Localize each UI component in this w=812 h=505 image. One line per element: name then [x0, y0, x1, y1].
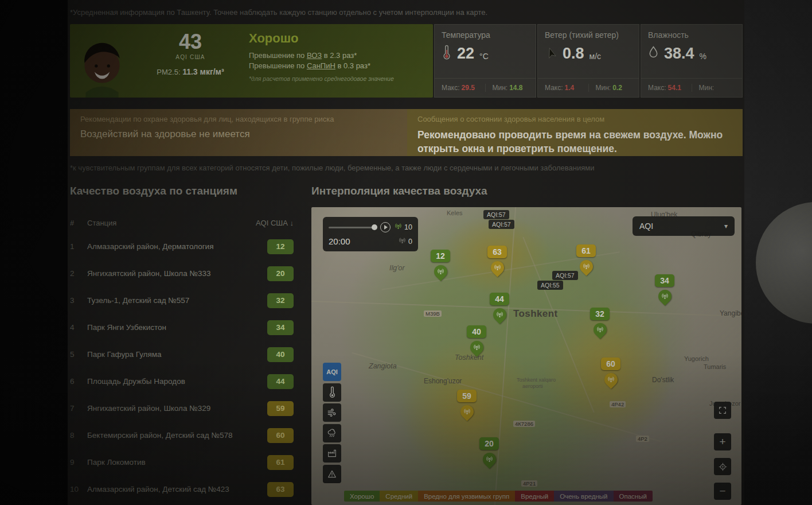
map-marker[interactable]: 20: [477, 437, 502, 466]
who-exceedance-line: Превышение по ВОЗ в 2.3 раз*: [249, 51, 424, 60]
calculation-footnote: *для расчетов применено среднегодовое зн…: [249, 75, 424, 82]
station-aqi-badge: 63: [267, 482, 294, 497]
station-pin: [602, 370, 620, 389]
time-slider-thumb[interactable]: [372, 224, 377, 230]
play-button[interactable]: [380, 222, 391, 232]
station-row[interactable]: 2Янгихаятский район, Школа №33320: [70, 260, 294, 287]
map-place-label: M39B: [424, 310, 442, 317]
risk-group-title: Рекомендации по охране здоровья для лиц,…: [80, 115, 397, 123]
legend-segment: Вредный: [515, 491, 554, 502]
station-row[interactable]: 9Парк Локомотив61: [70, 449, 294, 476]
station-aqi-badge: 12: [267, 239, 294, 254]
map-marker[interactable]: 40: [464, 325, 489, 354]
risk-group-recommendation: Рекомендации по охране здоровья для лиц,…: [70, 109, 407, 156]
interpolation-map[interactable]: KelesUlug'bekQibrayIlg'orM39BToshkentYan…: [311, 207, 741, 505]
fullscreen-icon: [718, 406, 727, 415]
who-link[interactable]: ВОЗ: [307, 51, 322, 60]
station-row[interactable]: 7Янгихаетский район, Школа №32959: [70, 395, 294, 422]
antenna-icon: [607, 376, 615, 383]
legend-segment: Очень вредный: [554, 491, 613, 502]
aqi-scale-label: AQI США: [134, 54, 247, 60]
aqi-summary-card: 43 AQI США PM2.5: 11.3 мкг/м³ Хорошо Пре…: [70, 24, 433, 98]
aqi-status-block: Хорошо Превышение по ВОЗ в 2.3 раз* Прев…: [247, 24, 433, 98]
map-layer-hazard-button[interactable]: [323, 465, 341, 483]
weather-value: 0.8: [563, 45, 584, 63]
hazard-icon: [327, 469, 337, 479]
left-background-band: [0, 0, 68, 505]
aqi-tooltip: AQI:57: [483, 210, 509, 219]
weather-unit: °C: [479, 52, 489, 61]
thermometer-icon: [442, 45, 452, 63]
marker-aqi-value: 20: [479, 437, 499, 450]
city-average-note: *Усредненная информация по Ташкенту. Точ…: [70, 8, 735, 17]
map-layer-emissions-button[interactable]: [323, 444, 341, 463]
map-layer-precipitation-button[interactable]: [323, 424, 341, 442]
aqi-tooltip: AQI:57: [489, 220, 514, 229]
map-place-label: 4P42: [610, 401, 626, 407]
locate-button[interactable]: [714, 458, 731, 475]
station-index: 10: [70, 485, 87, 494]
station-aqi-badge: 44: [267, 374, 294, 389]
weather-cards-row: Температура22°CМакс:29.5Мин:14.8Ветер (т…: [434, 24, 743, 98]
weather-max: Макс:29.5: [435, 84, 485, 92]
station-row[interactable]: 6Площадь Дружбы Народов44: [70, 368, 294, 395]
station-row[interactable]: 3Тузель-1, Детский сад №55732: [70, 287, 294, 314]
sanpin-link[interactable]: СанПиН: [307, 61, 335, 70]
station-name: Тузель-1, Детский сад №557: [87, 296, 267, 305]
online-count-value: 10: [404, 223, 412, 231]
column-aqi-sort[interactable]: AQI США ↓: [247, 219, 294, 227]
antenna-icon: [486, 456, 493, 463]
marker-aqi-value: 44: [490, 293, 509, 305]
map-marker[interactable]: 60: [598, 358, 623, 386]
marker-aqi-value: 34: [655, 274, 674, 287]
station-row[interactable]: 4Парк Янги Узбекистон34: [70, 314, 294, 341]
map-layer-wind-button[interactable]: [323, 403, 341, 422]
map-marker[interactable]: 59: [454, 390, 479, 418]
station-name: Парк Янги Узбекистон: [87, 323, 267, 332]
station-pin: [490, 305, 509, 324]
who-line-prefix: Превышение по: [249, 51, 307, 60]
station-row[interactable]: 5Парк Гафура Гуляма40: [70, 341, 294, 368]
map-layer-temperature-button[interactable]: [323, 383, 341, 402]
station-row[interactable]: 10Алмазарский район, Детский сад №42363: [70, 476, 294, 503]
map-marker[interactable]: 34: [652, 274, 677, 303]
map-place-label: Toshkent: [513, 308, 558, 320]
aqi-status-text: Хорошо: [249, 31, 424, 46]
map-marker[interactable]: 61: [573, 244, 599, 273]
station-pin: [480, 450, 499, 469]
station-name: Парк Гафура Гуляма: [87, 350, 267, 359]
antenna-icon: [583, 263, 590, 270]
online-stations-count: 10: [395, 223, 412, 232]
zoom-in-button[interactable]: +: [714, 433, 731, 450]
station-index: 5: [70, 350, 87, 359]
general-title: Сообщения о состоянии здоровья населения…: [417, 115, 732, 123]
antenna-icon: [437, 268, 444, 275]
time-control: 10 20:00 0: [323, 217, 418, 251]
antenna-icon: [494, 264, 501, 271]
marker-aqi-value: 61: [576, 244, 596, 257]
map-marker[interactable]: 12: [428, 250, 453, 278]
station-row[interactable]: 8Бектемирский район, Детский сад №57860: [70, 422, 294, 449]
map-place-label: Toshkent: [455, 354, 483, 362]
map-layer-aqi-button[interactable]: AQI: [323, 363, 341, 381]
fullscreen-button[interactable]: [714, 402, 731, 419]
interpolation-panel: Интерполяция качества воздуха KelesUlug'…: [311, 185, 741, 505]
weather-min: Мин:: [692, 84, 743, 92]
station-aqi-badge: 59: [267, 401, 294, 416]
general-population-recommendation: Сообщения о состоянии здоровья населения…: [407, 109, 743, 156]
zoom-out-button[interactable]: −: [714, 483, 731, 500]
dashboard-screen: *Усредненная информация по Ташкенту. Точ…: [0, 0, 812, 505]
sanpin-line-suffix: в 0.3 раз*: [335, 61, 370, 70]
map-marker[interactable]: 32: [587, 308, 612, 336]
antenna-icon: [496, 311, 503, 318]
map-layer-dropdown[interactable]: AQI ▾: [633, 216, 735, 236]
station-aqi-badge: 20: [267, 266, 294, 281]
map-marker[interactable]: 44: [487, 293, 512, 321]
station-row[interactable]: 1Алмазарский район, Дерматология12: [70, 233, 294, 260]
weather-card: Температура22°CМакс:29.5Мин:14.8: [434, 24, 536, 98]
time-slider[interactable]: [329, 227, 376, 228]
map-marker[interactable]: 63: [485, 246, 510, 274]
map-place-label: 4P2: [636, 436, 649, 442]
factory-icon: [327, 448, 337, 459]
sensitive-groups-note: *к чувствительным группам для всех катег…: [70, 164, 743, 172]
